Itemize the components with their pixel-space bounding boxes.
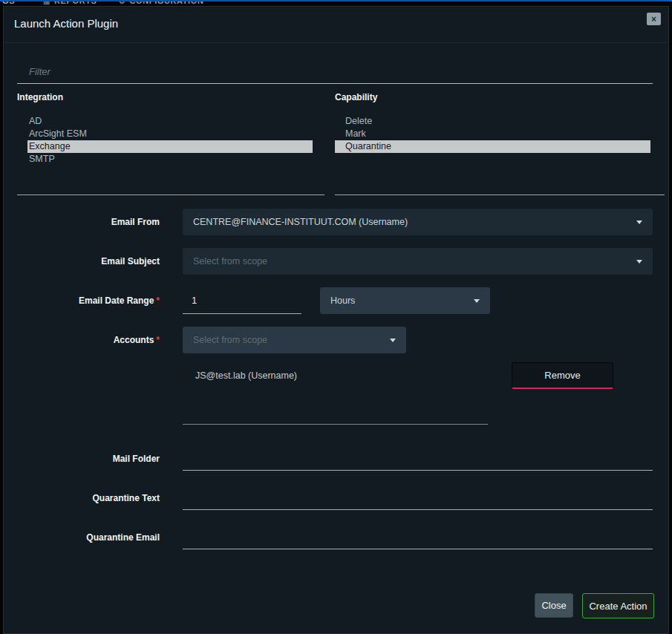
email-from-value: CENTRE@FINANCE-INSTITUUT.COM (Username): [193, 217, 630, 227]
account-list-divider: [183, 424, 488, 425]
create-action-button[interactable]: Create Action: [582, 593, 654, 618]
email-date-range-input[interactable]: [183, 287, 301, 314]
chevron-down-icon: [390, 339, 396, 342]
screen: GS ▥ REPORTS ⚙ CONFIGURATION Launch Acti…: [0, 0, 672, 634]
chevron-down-icon: [636, 260, 642, 264]
quarantine-text-input[interactable]: [183, 486, 653, 510]
chevron-down-icon: [636, 220, 642, 224]
reports-icon: ▥: [43, 0, 50, 5]
selected-account-name: JS@test.lab (Username): [195, 362, 297, 389]
list-item-exchange-selected[interactable]: Exchange: [27, 140, 313, 153]
email-from-select[interactable]: CENTRE@FINANCE-INSTITUUT.COM (Username): [183, 209, 653, 235]
quarantine-email-input[interactable]: [183, 525, 653, 549]
chevron-down-icon: [474, 299, 480, 303]
list-item-quarantine-selected[interactable]: Quarantine: [335, 140, 650, 153]
header-divider: [4, 42, 668, 43]
required-asterisk: *: [156, 335, 160, 345]
mail-folder-label: Mail Folder: [4, 446, 160, 471]
email-date-range-label: Email Date Range *: [4, 287, 160, 314]
date-range-unit-select[interactable]: Hours: [320, 287, 490, 314]
integration-listbox: AD ArcSight ESM Exchange SMTP: [17, 111, 324, 195]
email-subject-label: Email Subject: [4, 248, 160, 275]
modal-title: Launch Action Plugin: [14, 17, 118, 30]
remove-account-button[interactable]: Remove: [512, 362, 613, 389]
list-item-delete[interactable]: Delete: [335, 115, 650, 128]
email-from-label-text: Email From: [111, 217, 160, 227]
capability-listbox: Delete Mark Quarantine: [335, 111, 665, 195]
date-range-unit-value: Hours: [330, 295, 468, 306]
nav-item-reports-label: REPORTS: [54, 0, 97, 5]
email-from-label: Email From: [4, 209, 160, 235]
accounts-placeholder: Select from scope: [193, 335, 384, 345]
list-item-arcsight-esm[interactable]: ArcSight ESM: [27, 128, 313, 140]
close-icon[interactable]: ×: [647, 13, 661, 25]
list-item-ad[interactable]: AD: [27, 115, 313, 128]
email-subject-placeholder: Select from scope: [193, 256, 630, 267]
filter-input[interactable]: [17, 60, 653, 84]
selected-account-row: JS@test.lab (Username) Remove: [183, 362, 653, 389]
capability-list: Delete Mark Quarantine: [335, 115, 650, 153]
email-subject-select[interactable]: Select from scope: [183, 248, 653, 275]
configuration-icon: ⚙: [119, 0, 126, 5]
list-item-mark[interactable]: Mark: [335, 128, 650, 140]
email-date-range-label-text: Email Date Range: [79, 295, 154, 306]
email-subject-label-text: Email Subject: [101, 256, 160, 267]
quarantine-text-label: Quarantine Text: [4, 486, 160, 510]
required-asterisk: *: [156, 295, 160, 306]
quarantine-text-label-text: Quarantine Text: [93, 493, 160, 503]
accounts-label: Accounts *: [4, 327, 160, 353]
capability-label: Capability: [335, 92, 377, 102]
accounts-select[interactable]: Select from scope: [183, 327, 406, 353]
nav-item-gs-label: GS: [2, 0, 15, 5]
integration-list: AD ArcSight ESM Exchange SMTP: [27, 115, 313, 166]
quarantine-email-label-text: Quarantine Email: [86, 532, 160, 543]
accounts-label-text: Accounts: [114, 335, 154, 345]
close-button[interactable]: Close: [535, 593, 573, 618]
mail-folder-label-text: Mail Folder: [113, 454, 160, 464]
launch-action-plugin-modal: Launch Action Plugin × Integration Capab…: [3, 6, 669, 634]
integration-label: Integration: [17, 92, 63, 102]
quarantine-email-label: Quarantine Email: [4, 525, 160, 549]
nav-item-configuration-label: CONFIGURATION: [130, 0, 204, 5]
list-item-smtp[interactable]: SMTP: [27, 153, 313, 166]
mail-folder-input[interactable]: [183, 446, 653, 471]
